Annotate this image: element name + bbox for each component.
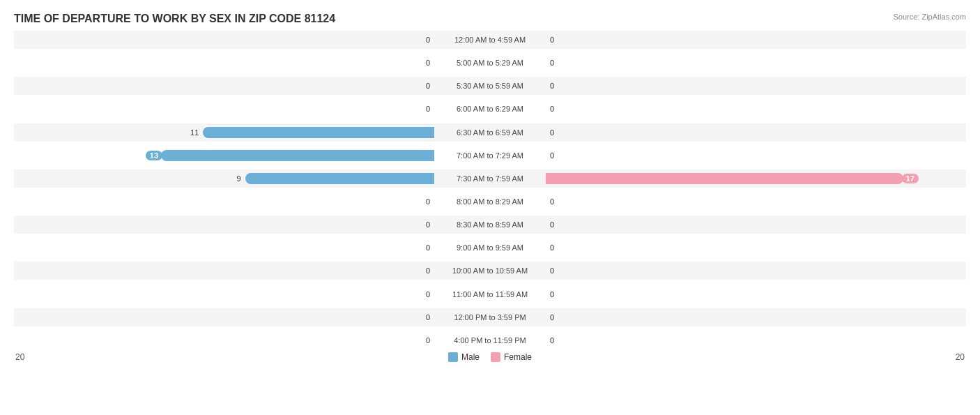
bar-row: 05:30 AM to 5:59 AM0 xyxy=(14,77,966,95)
male-zero-label: 0 xyxy=(426,105,430,113)
time-label: 12:00 PM to 3:59 PM xyxy=(434,313,546,322)
right-side: 0 xyxy=(546,146,966,165)
male-zero-label: 0 xyxy=(426,59,430,67)
left-side: 0 xyxy=(14,331,434,349)
male-zero-label: 0 xyxy=(426,36,430,44)
right-side: 0 xyxy=(546,262,966,280)
female-zero-label: 0 xyxy=(550,336,554,345)
right-side: 0 xyxy=(546,193,966,211)
male-zero-label: 0 xyxy=(426,290,430,299)
left-side: 0 xyxy=(14,193,434,211)
legend-female: Female xyxy=(491,352,532,362)
time-label: 10:00 AM to 10:59 AM xyxy=(434,266,546,275)
time-label: 7:30 AM to 7:59 AM xyxy=(434,174,546,183)
left-side: 0 xyxy=(14,54,434,72)
female-zero-label: 0 xyxy=(550,197,554,206)
time-label: 5:00 AM to 5:29 AM xyxy=(434,59,546,67)
time-label: 5:30 AM to 5:59 AM xyxy=(434,82,546,90)
right-side: 0 xyxy=(546,308,966,326)
bar-row: 137:00 AM to 7:29 AM0 xyxy=(14,146,966,165)
bar-row: 08:00 AM to 8:29 AM0 xyxy=(14,193,966,211)
legend-female-color xyxy=(491,352,500,362)
legend-male-color xyxy=(448,352,458,362)
chart-title: TIME OF DEPARTURE TO WORK BY SEX IN ZIP … xyxy=(14,13,966,25)
time-label: 7:00 AM to 7:29 AM xyxy=(434,151,546,160)
bar-row: 08:30 AM to 8:59 AM0 xyxy=(14,216,966,234)
bar-row: 97:30 AM to 7:59 AM17 xyxy=(14,169,966,188)
female-zero-label: 0 xyxy=(550,36,554,44)
left-side: 9 xyxy=(14,169,434,188)
axis-bottom: 20 Male Female 20 xyxy=(14,352,966,362)
left-side: 0 xyxy=(14,216,434,234)
female-zero-label: 0 xyxy=(550,290,554,299)
male-bar xyxy=(161,150,434,161)
bar-row: 04:00 PM to 11:59 PM0 xyxy=(14,331,966,349)
left-side: 0 xyxy=(14,239,434,257)
bar-row: 09:00 AM to 9:59 AM0 xyxy=(14,239,966,257)
left-side: 0 xyxy=(14,262,434,280)
legend-male: Male xyxy=(448,352,480,362)
time-label: 4:00 PM to 11:59 PM xyxy=(434,336,546,345)
bar-row: 010:00 AM to 10:59 AM0 xyxy=(14,262,966,280)
female-value-bubble: 17 xyxy=(902,174,919,183)
source-label: Source: ZipAtlas.com xyxy=(893,13,966,21)
female-zero-label: 0 xyxy=(550,313,554,322)
left-side: 0 xyxy=(14,285,434,303)
right-side: 0 xyxy=(546,216,966,234)
male-zero-label: 0 xyxy=(426,313,430,322)
female-zero-label: 0 xyxy=(550,266,554,275)
legend-female-label: Female xyxy=(504,352,532,362)
male-zero-label: 0 xyxy=(426,336,430,345)
time-label: 6:30 AM to 6:59 AM xyxy=(434,128,546,137)
right-side: 17 xyxy=(546,169,966,188)
female-bar xyxy=(546,173,903,184)
right-side: 0 xyxy=(546,100,966,118)
male-zero-label: 0 xyxy=(426,197,430,206)
bar-row: 011:00 AM to 11:59 AM0 xyxy=(14,285,966,303)
female-zero-label: 0 xyxy=(550,82,554,90)
female-zero-label: 0 xyxy=(550,151,554,160)
female-zero-label: 0 xyxy=(550,59,554,67)
male-value-bubble: 13 xyxy=(146,151,162,160)
left-side: 13 xyxy=(14,146,434,165)
right-side: 0 xyxy=(546,31,966,49)
female-zero-label: 0 xyxy=(550,220,554,229)
right-side: 0 xyxy=(546,54,966,72)
male-value-label: 11 xyxy=(190,128,199,137)
axis-right-label: 20 xyxy=(956,352,965,362)
bar-row: 116:30 AM to 6:59 AM0 xyxy=(14,123,966,142)
time-label: 12:00 AM to 4:59 AM xyxy=(434,36,546,44)
time-label: 11:00 AM to 11:59 AM xyxy=(434,290,546,299)
chart-container: TIME OF DEPARTURE TO WORK BY SEX IN ZIP … xyxy=(0,0,980,415)
right-side: 0 xyxy=(546,77,966,95)
time-label: 8:00 AM to 8:29 AM xyxy=(434,197,546,206)
axis-left-label: 20 xyxy=(15,352,24,362)
time-label: 8:30 AM to 8:59 AM xyxy=(434,220,546,229)
chart-area: 012:00 AM to 4:59 AM005:00 AM to 5:29 AM… xyxy=(14,31,966,370)
right-side: 0 xyxy=(546,285,966,303)
male-zero-label: 0 xyxy=(426,82,430,90)
right-side: 0 xyxy=(546,331,966,349)
time-label: 6:00 AM to 6:29 AM xyxy=(434,105,546,113)
left-side: 0 xyxy=(14,77,434,95)
bar-row: 06:00 AM to 6:29 AM0 xyxy=(14,100,966,118)
left-side: 11 xyxy=(14,123,434,142)
bar-row: 05:00 AM to 5:29 AM0 xyxy=(14,54,966,72)
left-side: 0 xyxy=(14,100,434,118)
right-side: 0 xyxy=(546,239,966,257)
legend-male-label: Male xyxy=(461,352,480,362)
left-side: 0 xyxy=(14,308,434,326)
rows-container: 012:00 AM to 4:59 AM005:00 AM to 5:29 AM… xyxy=(14,31,966,349)
legend: Male Female xyxy=(448,352,532,362)
female-zero-label: 0 xyxy=(550,243,554,252)
bar-row: 012:00 AM to 4:59 AM0 xyxy=(14,31,966,49)
male-zero-label: 0 xyxy=(426,220,430,229)
bar-row: 012:00 PM to 3:59 PM0 xyxy=(14,308,966,326)
male-zero-label: 0 xyxy=(426,243,430,252)
male-bar xyxy=(203,127,434,138)
male-zero-label: 0 xyxy=(426,266,430,275)
male-value-label: 9 xyxy=(237,174,241,183)
time-label: 9:00 AM to 9:59 AM xyxy=(434,243,546,252)
female-zero-label: 0 xyxy=(550,105,554,113)
male-bar xyxy=(245,173,434,184)
